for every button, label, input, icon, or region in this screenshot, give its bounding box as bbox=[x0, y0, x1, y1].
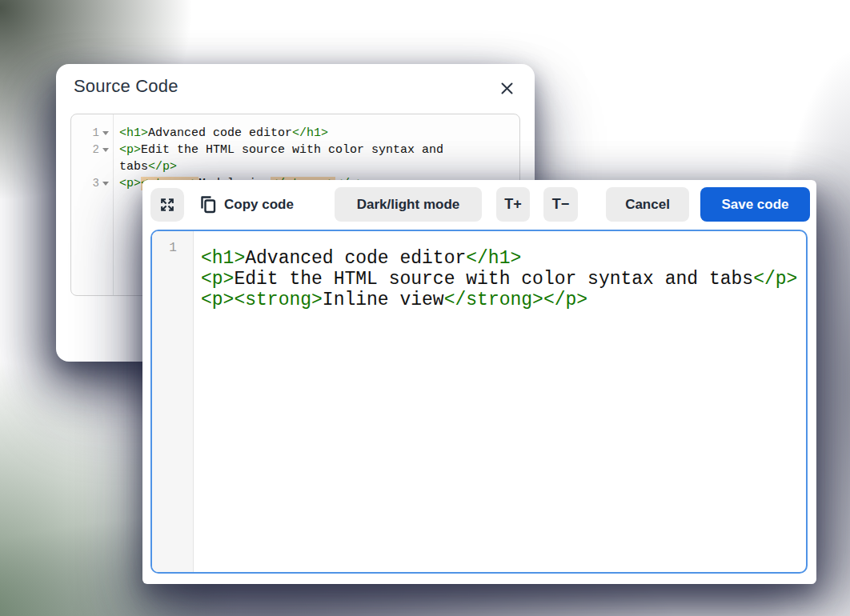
html-tag-token: </p> bbox=[543, 290, 587, 310]
inline-code-editor[interactable]: 1 <h1>Advanced code editor</h1> <p>Edit … bbox=[150, 230, 808, 574]
code-line: <p>Edit the HTML source with color synta… bbox=[119, 142, 499, 175]
font-decrease-button[interactable]: T− bbox=[543, 187, 578, 222]
html-tag-token: <p> bbox=[201, 269, 234, 290]
html-tag-token: </h1> bbox=[292, 126, 328, 140]
html-tag-token: </h1> bbox=[466, 248, 521, 269]
copy-icon bbox=[198, 195, 217, 215]
html-tag-token: <p> bbox=[201, 290, 234, 310]
html-tag-token: </strong> bbox=[444, 290, 543, 310]
gutter-row: 3 bbox=[71, 175, 113, 192]
close-button[interactable] bbox=[496, 78, 517, 98]
fold-caret-down-icon[interactable] bbox=[102, 131, 109, 135]
inline-editor-panel: Copy code Dark/light mode T+ T− Cancel S… bbox=[142, 180, 816, 584]
dark-light-mode-button[interactable]: Dark/light mode bbox=[335, 187, 482, 222]
code-line: <p><strong>Inline view</strong></p> bbox=[201, 290, 797, 310]
fullscreen-button[interactable] bbox=[150, 188, 184, 222]
text-token: Advanced code editor bbox=[245, 248, 466, 269]
html-tag-token: <p> bbox=[119, 177, 141, 190]
fold-caret-down-icon[interactable] bbox=[102, 148, 109, 152]
editor-gutter: 1 bbox=[152, 231, 194, 572]
html-tag-token: <p> bbox=[119, 143, 141, 157]
html-tag-token: <h1> bbox=[201, 248, 245, 269]
gutter-row: 2 bbox=[71, 142, 113, 158]
line-number: 1 bbox=[152, 239, 194, 257]
close-icon bbox=[499, 81, 515, 96]
text-token: Inline view bbox=[323, 290, 444, 310]
text-token: Edit the HTML source with color syntax a… bbox=[234, 269, 753, 290]
inline-code-content[interactable]: <h1>Advanced code editor</h1> <p>Edit th… bbox=[201, 248, 797, 310]
html-tag-token: <strong> bbox=[234, 290, 322, 310]
html-tag-token: </p> bbox=[148, 160, 177, 174]
line-number: 2 bbox=[93, 142, 99, 158]
line-number: 1 bbox=[93, 125, 99, 142]
code-line: <h1>Advanced code editor</h1> bbox=[119, 125, 499, 142]
copy-code-label: Copy code bbox=[224, 197, 294, 213]
expand-arrows-icon bbox=[158, 196, 176, 214]
copy-code-button[interactable]: Copy code bbox=[198, 188, 294, 222]
gutter-row: 1 bbox=[71, 125, 113, 142]
html-tag-token: <h1> bbox=[119, 126, 148, 140]
save-code-button[interactable]: Save code bbox=[700, 187, 810, 222]
code-line: <h1>Advanced code editor</h1> bbox=[201, 248, 797, 269]
html-tag-token: </p> bbox=[753, 269, 797, 290]
fold-caret-down-icon[interactable] bbox=[102, 182, 109, 186]
code-line: <p>Edit the HTML source with color synta… bbox=[201, 269, 797, 290]
modal-title: Source Code bbox=[74, 76, 178, 97]
line-number: 3 bbox=[93, 175, 99, 192]
text-token: Advanced code editor bbox=[148, 126, 292, 140]
font-increase-button[interactable]: T+ bbox=[496, 187, 530, 222]
cancel-button[interactable]: Cancel bbox=[606, 187, 689, 222]
